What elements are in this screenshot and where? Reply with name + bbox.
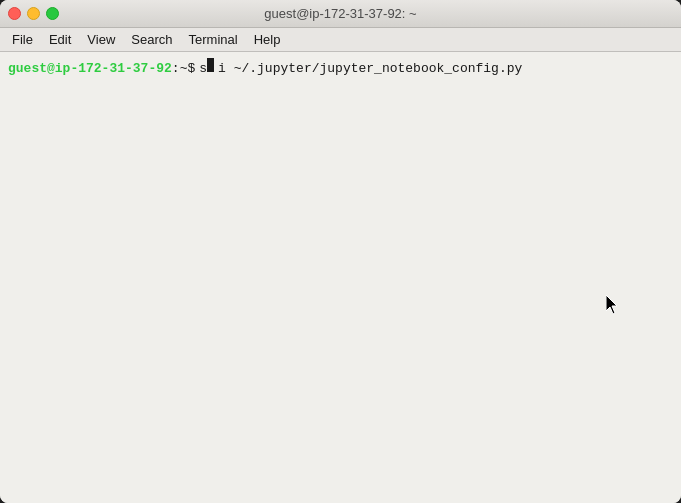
- terminal-body[interactable]: guest@ip-172-31-37-92 :~ $ si ~/.jupyter…: [0, 52, 681, 503]
- menu-item-help[interactable]: Help: [246, 30, 289, 49]
- menu-item-file[interactable]: File: [4, 30, 41, 49]
- maximize-button[interactable]: [46, 7, 59, 20]
- title-bar: guest@ip-172-31-37-92: ~: [0, 0, 681, 28]
- menu-item-edit[interactable]: Edit: [41, 30, 79, 49]
- terminal-window: guest@ip-172-31-37-92: ~ File Edit View …: [0, 0, 681, 503]
- command-after-cursor: i ~/.jupyter/jupyter_notebook_config.py: [218, 60, 522, 78]
- menu-item-search[interactable]: Search: [123, 30, 180, 49]
- text-cursor: [207, 58, 214, 72]
- traffic-lights: [8, 7, 59, 20]
- window-title: guest@ip-172-31-37-92: ~: [264, 6, 416, 21]
- terminal-line: guest@ip-172-31-37-92 :~ $ si ~/.jupyter…: [8, 58, 673, 78]
- menu-bar: File Edit View Search Terminal Help: [0, 28, 681, 52]
- minimize-button[interactable]: [27, 7, 40, 20]
- menu-item-view[interactable]: View: [79, 30, 123, 49]
- command-before-cursor: s: [199, 60, 207, 78]
- close-button[interactable]: [8, 7, 21, 20]
- prompt-symbol: $: [187, 60, 195, 78]
- prompt-separator: :~: [172, 60, 188, 78]
- menu-item-terminal[interactable]: Terminal: [181, 30, 246, 49]
- mouse-cursor-icon: [606, 295, 622, 315]
- prompt-host: guest@ip-172-31-37-92: [8, 60, 172, 78]
